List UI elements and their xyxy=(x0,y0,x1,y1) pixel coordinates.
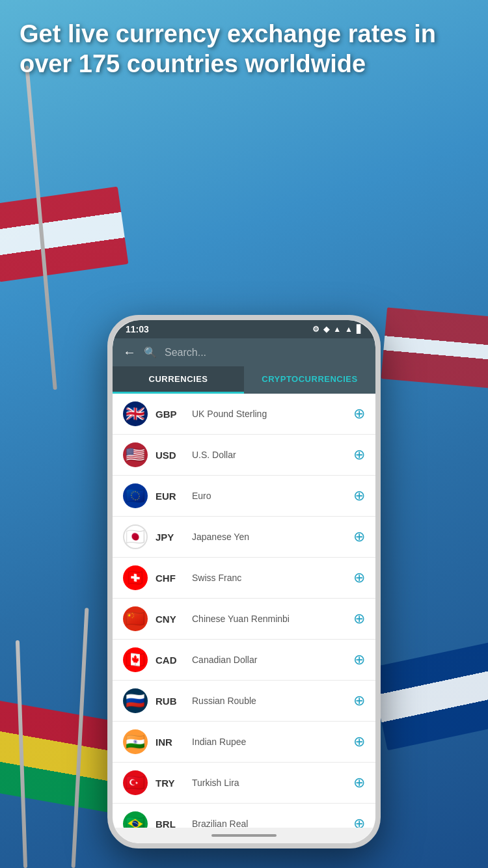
status-bar: 11:03 ⚙ ◆ ▲ ▲ ▋ xyxy=(113,320,375,338)
currency-name-chf: Swiss Franc xyxy=(192,573,346,583)
flag-chf: 🇨🇭 xyxy=(123,565,148,590)
add-button-brl[interactable]: ⊕ xyxy=(353,815,365,828)
currency-name-inr: Indian Rupee xyxy=(192,737,346,747)
add-button-eur[interactable]: ⊕ xyxy=(353,487,365,504)
search-bar: ← 🔍 Search... xyxy=(113,338,375,366)
phone-screen: 11:03 ⚙ ◆ ▲ ▲ ▋ ← 🔍 Search... CURRENCIES… xyxy=(113,320,375,843)
currency-name-try: Turkish Lira xyxy=(192,778,346,788)
currency-item-try: 🇹🇷 TRY Turkish Lira ⊕ xyxy=(113,763,375,804)
wifi-icon: ▲ xyxy=(345,325,353,334)
currency-code-eur: EUR xyxy=(156,491,184,502)
currency-name-gbp: UK Pound Sterling xyxy=(192,409,346,419)
flag-cny: 🇨🇳 xyxy=(123,606,148,631)
signal-icon: ▲ xyxy=(333,325,341,334)
flag-rub: 🇷🇺 xyxy=(123,688,148,713)
add-button-inr[interactable]: ⊕ xyxy=(353,733,365,750)
flag-jpy: 🇯🇵 xyxy=(123,524,148,549)
tab-cryptocurrencies[interactable]: CRYPTOCURRENCIES xyxy=(244,366,375,394)
currency-code-chf: CHF xyxy=(156,573,184,584)
home-bar xyxy=(211,834,277,837)
add-button-usd[interactable]: ⊕ xyxy=(353,446,365,463)
add-button-try[interactable]: ⊕ xyxy=(353,774,365,791)
currency-name-jpy: Japanese Yen xyxy=(192,532,346,542)
flag-usd: 🇺🇸 xyxy=(123,442,148,467)
add-button-cad[interactable]: ⊕ xyxy=(353,651,365,668)
add-button-chf[interactable]: ⊕ xyxy=(353,569,365,586)
status-time: 11:03 xyxy=(126,324,149,334)
currency-item-brl: 🇧🇷 BRL Brazilian Real ⊕ xyxy=(113,804,375,828)
currency-code-brl: BRL xyxy=(156,819,184,828)
back-button[interactable]: ← xyxy=(123,345,136,360)
currency-code-jpy: JPY xyxy=(156,532,184,543)
currency-name-rub: Russian Rouble xyxy=(192,696,346,706)
settings-icon: ⚙ xyxy=(312,325,319,334)
home-indicator xyxy=(113,828,375,843)
currency-name-usd: U.S. Dollar xyxy=(192,450,346,460)
flag-try: 🇹🇷 xyxy=(123,770,148,795)
tab-currencies[interactable]: CURRENCIES xyxy=(113,366,244,394)
currency-name-cny: Chinese Yuan Renminbi xyxy=(192,614,346,624)
status-icons: ⚙ ◆ ▲ ▲ ▋ xyxy=(312,325,362,334)
add-button-jpy[interactable]: ⊕ xyxy=(353,528,365,545)
currency-name-eur: Euro xyxy=(192,491,346,501)
currency-code-gbp: GBP xyxy=(156,409,184,420)
phone-mockup: 11:03 ⚙ ◆ ▲ ▲ ▋ ← 🔍 Search... CURRENCIES… xyxy=(107,315,381,848)
tab-bar: CURRENCIES CRYPTOCURRENCIES xyxy=(113,366,375,394)
flag-eur: 🇪🇺 xyxy=(123,483,148,508)
currency-item-gbp: 🇬🇧 GBP UK Pound Sterling ⊕ xyxy=(113,394,375,435)
currency-code-cad: CAD xyxy=(156,655,184,666)
search-icon: 🔍 xyxy=(144,346,157,359)
currency-code-try: TRY xyxy=(156,778,184,789)
currency-item-chf: 🇨🇭 CHF Swiss Franc ⊕ xyxy=(113,558,375,599)
flag-decoration-3 xyxy=(381,307,488,388)
add-button-rub[interactable]: ⊕ xyxy=(353,692,365,709)
currency-item-usd: 🇺🇸 USD U.S. Dollar ⊕ xyxy=(113,435,375,476)
flag-cad: 🇨🇦 xyxy=(123,647,148,672)
currency-code-inr: INR xyxy=(156,737,184,748)
flag-inr: 🇮🇳 xyxy=(123,729,148,754)
location-icon: ◆ xyxy=(323,325,329,334)
currency-list: 🇬🇧 GBP UK Pound Sterling ⊕ 🇺🇸 USD U.S. D… xyxy=(113,394,375,828)
currency-item-inr: 🇮🇳 INR Indian Rupee ⊕ xyxy=(113,722,375,763)
search-input[interactable]: Search... xyxy=(165,347,206,359)
currency-item-cad: 🇨🇦 CAD Canadian Dollar ⊕ xyxy=(113,640,375,681)
currency-item-cny: 🇨🇳 CNY Chinese Yuan Renminbi ⊕ xyxy=(113,599,375,640)
flag-gbp: 🇬🇧 xyxy=(123,401,148,426)
currency-item-eur: 🇪🇺 EUR Euro ⊕ xyxy=(113,476,375,517)
add-button-gbp[interactable]: ⊕ xyxy=(353,405,365,422)
currency-code-rub: RUB xyxy=(156,696,184,707)
currency-code-usd: USD xyxy=(156,450,184,461)
add-button-cny[interactable]: ⊕ xyxy=(353,610,365,627)
headline-text: Get live currency exchange rates in over… xyxy=(20,20,468,79)
currency-code-cny: CNY xyxy=(156,614,184,625)
currency-name-brl: Brazilian Real xyxy=(192,819,346,828)
battery-icon: ▋ xyxy=(357,325,362,334)
flag-brl: 🇧🇷 xyxy=(123,811,148,828)
currency-name-cad: Canadian Dollar xyxy=(192,655,346,665)
currency-item-jpy: 🇯🇵 JPY Japanese Yen ⊕ xyxy=(113,517,375,558)
currency-item-rub: 🇷🇺 RUB Russian Rouble ⊕ xyxy=(113,681,375,722)
